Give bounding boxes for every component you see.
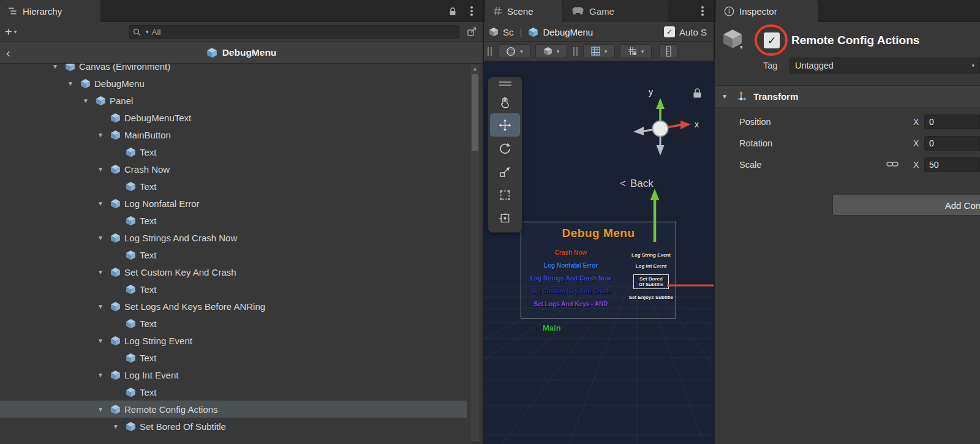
hand-tool-button[interactable] [490, 90, 520, 113]
tree-row[interactable]: ▼ Text [0, 246, 467, 263]
tree-row[interactable]: ▼ Log Nonfatal Error [0, 195, 467, 212]
tab-hierarchy[interactable]: Hierarchy [0, 0, 100, 22]
expand-arrow-icon[interactable]: ▼ [96, 337, 110, 344]
scroll-up-arrow-icon[interactable]: ▲ [470, 64, 480, 72]
debug-menu-button[interactable]: Log String Event [631, 252, 671, 258]
debug-menu-button[interactable]: Log Int Event [636, 263, 667, 269]
debug-menu-button[interactable]: Crash Now [555, 249, 587, 256]
tree-row[interactable]: ▼ Text [0, 280, 467, 298]
measure-tool-button[interactable] [659, 44, 677, 58]
scrollbar-thumb[interactable] [472, 74, 478, 151]
constrain-icon[interactable] [886, 160, 899, 168]
create-object-button[interactable]: + ▾ [5, 24, 17, 40]
expand-arrow-icon[interactable]: ▼ [96, 406, 110, 413]
debug-menu-button[interactable]: Log Strings And Crash Now [530, 275, 611, 282]
debug-menu-button[interactable]: Set Bored Of Subtitle [633, 274, 669, 289]
tag-dropdown[interactable]: Untagged ▾ [790, 58, 980, 73]
expand-arrow-icon[interactable]: ▼ [722, 93, 728, 100]
tree-row[interactable]: ▼ Remote Config Actions [0, 401, 467, 418]
debug-menu-button[interactable]: Log Nonfatal Error [544, 262, 598, 269]
toolbar-grip[interactable] [573, 47, 578, 56]
add-component-button[interactable]: Add Com [832, 195, 980, 216]
ruler-icon [666, 46, 671, 57]
tree-row[interactable]: ▼ Crash Now [0, 160, 467, 178]
scale-tool-button[interactable] [490, 160, 520, 183]
transform-tool-button[interactable] [490, 206, 520, 230]
move-tool-button[interactable] [490, 113, 520, 137]
tree-row[interactable]: ▼ DebugMenuText [0, 109, 467, 126]
scene-viewport[interactable]: Debug Menu Crash NowLog Nonfatal ErrorLo… [484, 61, 714, 444]
kebab-menu-icon[interactable] [701, 10, 704, 12]
prefab-root[interactable]: DebugMenu [206, 47, 277, 58]
tree-row[interactable]: ▼ Text [0, 178, 467, 195]
tree-row[interactable]: ▼ Text [0, 349, 467, 366]
expand-arrow-icon[interactable]: ▼ [96, 372, 110, 378]
debug-menu-button[interactable]: Set Logs And Keys - ANR [534, 301, 608, 307]
transform-component-header[interactable]: ▼ Transform [715, 85, 980, 108]
transform-value-field[interactable]: 0 [924, 136, 980, 151]
gizmo-x-label[interactable]: x [695, 119, 699, 129]
caret-down-icon: ▾ [557, 48, 560, 55]
tool-strip-drag-handle[interactable] [499, 81, 511, 86]
lock-icon[interactable] [448, 7, 457, 16]
auto-save-toggle[interactable]: ✓ Auto S [664, 22, 707, 42]
tab-game-label: Game [589, 6, 614, 17]
transform-value-field[interactable]: 50 [924, 157, 980, 172]
tab-inspector[interactable]: Inspector [716, 0, 818, 22]
tab-scene[interactable]: Scene [485, 0, 562, 22]
expand-arrow-icon[interactable]: ▼ [96, 303, 110, 310]
tree-row[interactable]: ▼ Log Int Event [0, 366, 467, 383]
back-button-label[interactable]: < Back [620, 178, 654, 190]
scene-orientation-gizmo[interactable]: y x [622, 83, 714, 175]
tree-row[interactable]: ▼ Text [0, 143, 467, 160]
tree-row[interactable]: ▼ Canvas (Environment) [0, 64, 467, 75]
icon-caret-down[interactable]: ▾ [740, 44, 743, 50]
tab-game[interactable]: Game [564, 0, 668, 22]
tree-row[interactable]: ▼ Text [0, 212, 467, 229]
cube-icon [543, 47, 552, 56]
gameobject-cube-icon [126, 318, 136, 329]
scene-context-label[interactable]: Sc [503, 27, 514, 37]
draw-mode-dropdown[interactable]: ▾ [499, 44, 530, 58]
expand-arrow-icon[interactable]: ▼ [81, 97, 96, 104]
kebab-menu-icon[interactable] [470, 10, 473, 12]
rect-tool-button[interactable] [490, 183, 520, 206]
tree-row[interactable]: ▼ Text [0, 383, 467, 401]
auto-save-checkbox[interactable]: ✓ [664, 26, 675, 37]
grid-visibility-dropdown[interactable]: ▾ [583, 44, 615, 58]
tree-row[interactable]: ▼ Set Bored Of Subtitle [0, 418, 467, 435]
tree-row[interactable]: ▼ Set Custom Key And Crash [0, 263, 467, 280]
gizmo-lock-icon[interactable] [694, 89, 701, 98]
expand-arrow-icon[interactable]: ▼ [96, 235, 110, 241]
hierarchy-scrollbar[interactable]: ▲ [470, 64, 480, 443]
snap-settings-dropdown[interactable]: ▾ [620, 44, 652, 58]
search-input[interactable]: ▾ All [129, 25, 459, 39]
expand-arrow-icon[interactable]: ▼ [96, 200, 110, 207]
tree-row[interactable]: ▼ DebugMenu [0, 75, 467, 92]
expand-arrow-icon[interactable]: ▼ [51, 64, 65, 70]
expand-arrow-icon[interactable]: ▼ [111, 423, 126, 430]
scene-asset-icon[interactable] [489, 27, 499, 37]
gizmo-y-label[interactable]: y [649, 87, 653, 97]
expand-arrow-icon[interactable]: ▼ [96, 166, 110, 173]
main-button-label[interactable]: Main [543, 323, 561, 333]
expand-arrow-icon[interactable]: ▼ [96, 132, 110, 138]
tree-row-label: Canvas (Environment) [79, 64, 170, 72]
tree-row[interactable]: ▼ MainButton [0, 126, 467, 143]
debug-menu-button[interactable]: Set Enjoys Subtitle [629, 295, 673, 300]
back-chevron-icon[interactable]: ‹ [6, 42, 10, 63]
expand-arrow-icon[interactable]: ▼ [96, 269, 110, 276]
expand-arrow-icon[interactable]: ▼ [66, 80, 80, 87]
debug-menu-button[interactable]: Set Custom Key And Crash [531, 288, 611, 295]
press-to-edit-icon[interactable] [467, 26, 477, 39]
tree-row[interactable]: ▼ Log Strings And Crash Now [0, 229, 467, 246]
object-name[interactable]: Remote Config Actions [791, 34, 919, 47]
tree-row[interactable]: ▼ Panel [0, 92, 467, 109]
toolbar-grip[interactable] [488, 47, 492, 56]
rotate-tool-button[interactable] [490, 137, 520, 160]
transform-value-field[interactable]: 0 [924, 115, 980, 129]
tree-row[interactable]: ▼ Log String Event [0, 332, 467, 349]
tree-row[interactable]: ▼ Text [0, 315, 467, 332]
tree-row[interactable]: ▼ Set Logs And Keys Before ANRing [0, 298, 467, 315]
shading-mode-dropdown[interactable]: ▾ [535, 44, 567, 58]
